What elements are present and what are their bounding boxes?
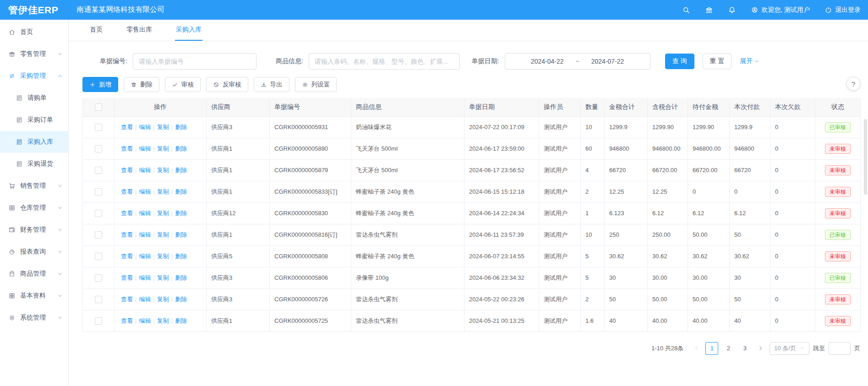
welcome-user[interactable]: 欢迎您, 测试用户 [751, 6, 810, 14]
row-action-复制[interactable]: 复制 [157, 274, 169, 281]
row-action-复制[interactable]: 复制 [157, 167, 169, 174]
sidebar-item-sales-mgmt[interactable]: 销售管理 [0, 175, 68, 197]
row-action-编辑[interactable]: 编辑 [139, 296, 151, 303]
row-action-删除[interactable]: 删除 [175, 274, 187, 281]
row-action-复制[interactable]: 复制 [157, 124, 169, 130]
row-action-编辑[interactable]: 编辑 [139, 317, 151, 324]
page-number-3[interactable]: 3 [738, 342, 751, 355]
row-action-查看[interactable]: 查看 [121, 210, 133, 217]
row-action-查看[interactable]: 查看 [121, 317, 133, 324]
row-action-查看[interactable]: 查看 [121, 274, 133, 281]
row-checkbox[interactable] [95, 145, 102, 152]
row-action-删除[interactable]: 删除 [175, 317, 187, 324]
row-action-删除[interactable]: 删除 [175, 167, 187, 174]
tab-retail-outbound[interactable]: 零售出库 [126, 20, 153, 41]
row-checkbox[interactable] [95, 124, 102, 131]
page-jump-input[interactable] [829, 342, 851, 355]
row-action-编辑[interactable]: 编辑 [139, 274, 151, 281]
column-settings-button[interactable]: 列设置 [295, 77, 337, 92]
sidebar-item-retail-mgmt[interactable]: 零售管理 [0, 43, 68, 65]
tab-purchase-inbound[interactable]: 采购入库 [175, 20, 202, 41]
date-range-picker[interactable]: 2024-04-22 ~ 2024-07-22 [505, 53, 650, 70]
sidebar-item-purchase-request[interactable]: 请购单 [0, 87, 68, 109]
row-checkbox[interactable] [95, 210, 102, 217]
cell-bill-no: CGRK00000005808 [270, 245, 351, 267]
row-action-复制[interactable]: 复制 [157, 253, 169, 260]
sidebar-item-purchase-mgmt[interactable]: 采购管理 [0, 65, 68, 87]
row-action-删除[interactable]: 删除 [175, 296, 187, 303]
row-action-删除[interactable]: 删除 [175, 124, 187, 130]
row-action-复制[interactable]: 复制 [157, 296, 169, 303]
bell-icon[interactable] [728, 6, 736, 14]
sidebar-item-system-mgmt[interactable]: 系统管理 [0, 307, 68, 329]
row-checkbox[interactable] [95, 317, 102, 325]
delete-button[interactable]: 删除 [124, 77, 159, 92]
sidebar-item-report-query[interactable]: 报表查询 [0, 241, 68, 263]
date-start[interactable]: 2024-04-22 [531, 58, 564, 65]
row-checkbox[interactable] [95, 296, 102, 303]
row-checkbox[interactable] [95, 253, 102, 260]
unaudit-button[interactable]: 反审核 [206, 77, 248, 92]
row-action-删除[interactable]: 删除 [175, 145, 187, 152]
logout-button[interactable]: 退出登录 [824, 6, 861, 14]
row-checkbox[interactable] [95, 274, 102, 282]
help-button[interactable]: ? [846, 77, 860, 91]
row-checkbox[interactable] [95, 188, 102, 196]
sidebar-item-goods-mgmt[interactable]: 商品管理 [0, 263, 68, 285]
cell-qty: 1.6 [581, 310, 605, 332]
row-action-删除[interactable]: 删除 [175, 210, 187, 217]
row-action-编辑[interactable]: 编辑 [139, 167, 151, 174]
row-action-查看[interactable]: 查看 [121, 188, 133, 195]
date-end[interactable]: 2024-07-22 [591, 58, 624, 65]
scrollbar[interactable] [864, 119, 867, 195]
audit-button[interactable]: 审核 [165, 77, 201, 92]
next-page-button[interactable] [755, 342, 766, 355]
row-action-编辑[interactable]: 编辑 [139, 188, 151, 195]
sidebar-item-purchase-order[interactable]: 采购订单 [0, 109, 68, 131]
row-action-编辑[interactable]: 编辑 [139, 210, 151, 217]
bill-no-input[interactable] [133, 53, 257, 70]
search-button[interactable]: 查 询 [665, 54, 694, 69]
reset-button[interactable]: 重 置 [703, 54, 732, 69]
tab-home[interactable]: 首页 [89, 20, 104, 41]
sidebar-item-warehouse-mgmt[interactable]: 仓库管理 [0, 197, 68, 219]
row-checkbox[interactable] [95, 231, 102, 239]
page-number-2[interactable]: 2 [722, 342, 735, 355]
sidebar-item-purchase-return[interactable]: 采购退货 [0, 153, 68, 175]
row-action-复制[interactable]: 复制 [157, 317, 169, 324]
expand-toggle[interactable]: 展开 [740, 57, 759, 65]
row-action-删除[interactable]: 删除 [175, 188, 187, 195]
row-action-删除[interactable]: 删除 [175, 253, 187, 260]
row-action-查看[interactable]: 查看 [121, 231, 133, 238]
sidebar-item-purchase-inbound[interactable]: 采购入库 [0, 131, 68, 153]
row-action-编辑[interactable]: 编辑 [139, 145, 151, 152]
row-action-复制[interactable]: 复制 [157, 231, 169, 238]
select-all-checkbox[interactable] [95, 103, 102, 111]
row-action-查看[interactable]: 查看 [121, 167, 133, 174]
row-action-复制[interactable]: 复制 [157, 188, 169, 195]
page-number-1[interactable]: 1 [705, 342, 718, 355]
row-action-编辑[interactable]: 编辑 [139, 231, 151, 238]
prev-page-button[interactable] [691, 342, 702, 355]
bank-icon[interactable] [705, 6, 713, 14]
row-actions: 查看|编辑|复制|删除 [115, 224, 207, 245]
row-action-查看[interactable]: 查看 [121, 253, 133, 260]
row-action-查看[interactable]: 查看 [121, 145, 133, 152]
row-action-删除[interactable]: 删除 [175, 231, 187, 238]
add-button[interactable]: 新增 [82, 77, 118, 92]
sidebar-item-finance-mgmt[interactable]: 财务管理 [0, 219, 68, 241]
search-icon[interactable] [682, 6, 690, 14]
row-action-复制[interactable]: 复制 [157, 145, 169, 152]
cell-date: 2024-06-07 23:14:55 [464, 245, 539, 267]
sidebar-item-basic-data[interactable]: 基本资料 [0, 285, 68, 307]
row-checkbox[interactable] [95, 167, 102, 174]
page-size-select[interactable]: 10 条/页 [770, 342, 809, 355]
row-action-查看[interactable]: 查看 [121, 296, 133, 303]
row-action-复制[interactable]: 复制 [157, 210, 169, 217]
product-info-input[interactable] [309, 53, 460, 70]
row-action-编辑[interactable]: 编辑 [139, 124, 151, 130]
row-action-查看[interactable]: 查看 [121, 124, 133, 130]
sidebar-item-home[interactable]: 首页 [0, 21, 68, 43]
row-action-编辑[interactable]: 编辑 [139, 253, 151, 260]
export-button[interactable]: 导出 [254, 77, 289, 92]
